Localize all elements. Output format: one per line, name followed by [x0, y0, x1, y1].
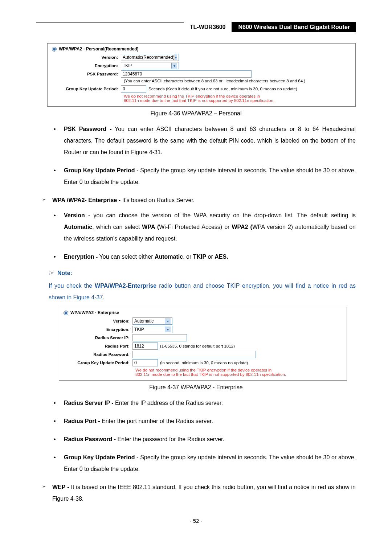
note-row: ☞ Note:	[49, 269, 356, 277]
page-header: TL-WDR3600 N600 Wireless Dual Band Gigab…	[36, 22, 356, 32]
ent-gkup-label: Group Key Update Period:	[64, 361, 132, 365]
gkup-label: Group Key Update Period:	[52, 87, 121, 91]
radius-ip-bullet: Radius Server IP - Enter the IP address …	[54, 397, 356, 409]
psk-password-head: PSK Password -	[64, 126, 112, 132]
encryption-label: Encryption:	[52, 63, 121, 68]
gkup-bullet: Group Key Update Period - Specify the gr…	[54, 165, 356, 188]
psk-hint: (You can enter ASCII characters between …	[124, 79, 351, 83]
radius-port-hint: (1-65535, 0 stands for default port 1812…	[160, 344, 235, 348]
ent-version-select[interactable]: Automatic▾	[132, 317, 172, 325]
version-bullet: Version - you can choose the version of …	[54, 210, 356, 245]
gkup-input[interactable]	[121, 85, 146, 93]
radius-ip-input[interactable]	[132, 334, 187, 341]
wpa-personal-label: WPA/WPA2 - Personal(Recommended)	[59, 46, 139, 52]
version-select-value: Automatic(Recommended)	[123, 55, 175, 60]
note-paragraph: If you check the WPA/WPA2-Enterprise rad…	[49, 280, 356, 303]
encryption-head: Encryption -	[64, 254, 98, 260]
ent-tkip-warn-l1: We do not recommend using the TKIP encry…	[135, 368, 342, 372]
radius-port-bullet: Radius Port - Enter the port number of t…	[54, 415, 356, 427]
encryption-select-value: TKIP	[123, 63, 132, 68]
gkup-head: Group Key Update Period -	[64, 167, 138, 173]
pointer-icon: ☞	[49, 269, 54, 277]
wpa-enterprise-title: WPA /WPA2- Enterprise -	[52, 197, 121, 203]
radius-port-label: Radius Port:	[64, 344, 132, 348]
version-label: Version:	[52, 55, 121, 59]
tkip-warning-l1: We do not recommend using the TKIP encry…	[124, 94, 351, 98]
radius-port-input[interactable]	[132, 342, 158, 350]
figure-4-36-caption: Figure 4-36 WPA/WPA2 – Personal	[36, 110, 356, 117]
ent-encryption-select[interactable]: TKIP▾	[132, 326, 172, 333]
radius-ip-label: Radius Server IP:	[64, 336, 132, 340]
gkup-hint: Seconds (Keep it default if you are not …	[148, 87, 297, 91]
ent-tkip-warn-l2: 802.11n mode due to the fact that TKIP i…	[135, 372, 342, 377]
wpa-enterprise-label: WPA/WPA2 - Enterprise	[70, 310, 119, 315]
version-select[interactable]: Automatic(Recommended)▾	[121, 54, 179, 61]
ent-gkup-hint: (in second, minimum is 30, 0 means no up…	[160, 361, 248, 365]
note-label: Note:	[57, 270, 72, 276]
product-title: N600 Wireless Dual Band Gigabit Router	[233, 22, 356, 32]
tkip-warning-l2: 802.11n mode due to the fact that TKIP i…	[124, 98, 351, 103]
ent-gkup-bullet: Group Key Update Period - Specify the gr…	[54, 452, 356, 475]
ent-version-label: Version:	[64, 319, 132, 323]
ent-encryption-label: Encryption:	[64, 327, 132, 332]
chevron-down-icon: ▾	[165, 327, 171, 332]
psk-password-bullet: PSK Password - You can enter ASCII chara…	[54, 123, 356, 158]
figure-4-37-caption: Figure 4-37 WPA/WPA2 - Enterprise	[36, 384, 356, 391]
model-label: TL-WDR3600	[184, 22, 233, 32]
figure-4-37-screenshot: WPA/WPA2 - Enterprise Version: Automatic…	[59, 307, 347, 381]
chevron-down-icon: ▾	[165, 318, 171, 324]
encryption-select[interactable]: TKIP▾	[121, 62, 179, 69]
wpa-personal-radio[interactable]	[52, 47, 57, 52]
ent-gkup-input[interactable]	[132, 359, 158, 366]
radius-pwd-bullet: Radius Password - Enter the password for…	[54, 434, 356, 445]
wpa-enterprise-heading: WPA /WPA2- Enterprise - It's based on Ra…	[42, 194, 356, 206]
psk-input[interactable]	[121, 70, 252, 78]
psk-label: PSK Password:	[52, 72, 121, 76]
page-number: - 52 -	[36, 518, 356, 524]
radius-pwd-input[interactable]	[132, 351, 256, 358]
figure-4-36-screenshot: WPA/WPA2 - Personal(Recommended) Version…	[47, 43, 356, 107]
chevron-down-icon: ▾	[171, 63, 177, 69]
radius-pwd-label: Radius Password:	[64, 352, 132, 357]
wpa-enterprise-body: It's based on Radius Server.	[121, 197, 195, 203]
chevron-down-icon: ▾	[175, 54, 177, 60]
encryption-bullet: Encryption - You can select either Autom…	[54, 251, 356, 263]
wpa-enterprise-radio[interactable]	[64, 311, 68, 315]
version-head: Version -	[64, 212, 90, 218]
wep-heading: WEP - It is based on the IEEE 802.11 sta…	[42, 481, 356, 505]
